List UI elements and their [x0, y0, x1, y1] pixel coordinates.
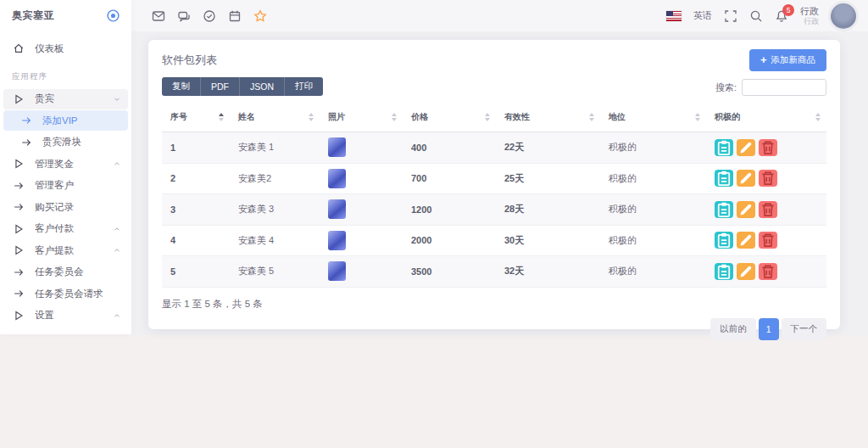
sidebar-item-customer-payments[interactable]: 客户付款 — [3, 219, 128, 239]
avatar[interactable] — [831, 3, 856, 29]
column-header-photo[interactable]: 照片 — [320, 104, 403, 132]
view-button[interactable] — [715, 263, 733, 280]
language-selector[interactable]: 英语 — [693, 9, 712, 22]
edit-button[interactable] — [737, 263, 755, 280]
view-button[interactable] — [715, 232, 733, 249]
table-toolbar: 复制 PDF JSON 打印 搜索: — [162, 77, 826, 96]
sidebar-item-customer-withdrawals[interactable]: 客户提款 — [3, 240, 128, 260]
notifications-bell[interactable]: 5 — [775, 9, 788, 23]
cell-photo — [320, 194, 403, 226]
sidebar: 奥宾塞亚 仪表板 应用程序 贵宾 添加VIP 贵宾滑块 — [0, 0, 131, 334]
table-row: 5 安森美 5 3500 32天 积极的 — [162, 256, 826, 288]
search-input[interactable] — [742, 79, 826, 96]
sidebar-item-add-vip[interactable]: 添加VIP — [3, 110, 128, 131]
sidebar-item-label: 任务委员会 — [35, 266, 84, 278]
search-icon[interactable] — [749, 9, 763, 23]
chevron-down-icon — [113, 95, 121, 104]
sidebar-item-settings[interactable]: 设置 — [3, 305, 128, 326]
json-button[interactable]: JSON — [240, 77, 285, 96]
star-icon[interactable] — [253, 9, 267, 23]
delete-button[interactable] — [759, 201, 777, 218]
print-button[interactable]: 打印 — [285, 77, 323, 96]
sidebar-item-task-committee[interactable]: 任务委员会 — [3, 262, 128, 283]
notification-badge: 5 — [782, 4, 794, 16]
sidebar-item-purchase-records[interactable]: 购买记录 — [3, 197, 128, 217]
previous-page-button[interactable]: 以前的 — [710, 318, 756, 340]
package-photo — [328, 169, 346, 188]
cell-actions — [706, 225, 826, 256]
delete-button[interactable] — [759, 170, 777, 187]
cell-price: 700 — [403, 163, 496, 194]
arrow-right-icon — [20, 137, 32, 148]
sort-icons — [392, 113, 397, 121]
topbar-right: 英语 5 行政 行政 — [666, 3, 856, 29]
cell-photo — [320, 256, 403, 288]
sort-icons — [589, 113, 594, 121]
cell-status: 积极的 — [600, 163, 706, 194]
cell-photo — [320, 132, 403, 164]
view-button[interactable] — [715, 139, 733, 156]
sidebar-item-manage-bonus[interactable]: 管理奖金 — [3, 154, 128, 174]
edit-button[interactable] — [737, 139, 755, 156]
delete-button[interactable] — [759, 263, 777, 280]
sidebar-item-label: 仪表板 — [35, 42, 64, 55]
check-circle-icon[interactable] — [203, 9, 216, 23]
us-flag-icon[interactable] — [666, 11, 682, 21]
table-row: 3 安森美 3 1200 28天 积极的 — [162, 194, 826, 226]
sidebar-item-label: 客户付款 — [35, 222, 74, 235]
sidebar-menu: 仪表板 应用程序 贵宾 添加VIP 贵宾滑块 管理奖金 — [0, 31, 131, 326]
column-header-status[interactable]: 地位 — [600, 104, 706, 132]
mail-icon[interactable] — [152, 9, 165, 23]
cell-validity: 32天 — [496, 256, 600, 288]
user-meta: 行政 行政 — [800, 5, 819, 27]
sort-icons — [695, 113, 700, 121]
edit-button[interactable] — [737, 170, 755, 187]
play-icon — [13, 223, 25, 235]
column-header-validity[interactable]: 有效性 — [496, 104, 600, 132]
column-header-name[interactable]: 姓名 — [230, 104, 320, 132]
sidebar-item-manage-customers[interactable]: 管理客户 — [3, 176, 128, 196]
delete-button[interactable] — [759, 139, 777, 156]
sidebar-toggle-icon[interactable] — [106, 8, 120, 23]
arrow-right-icon — [13, 266, 25, 278]
copy-button[interactable]: 复制 — [162, 77, 201, 96]
sidebar-item-dashboard[interactable]: 仪表板 — [3, 38, 128, 59]
column-header-price[interactable]: 价格 — [403, 104, 496, 132]
view-button[interactable] — [715, 201, 733, 218]
cell-name: 安森美 3 — [230, 194, 320, 226]
package-photo — [328, 199, 346, 219]
sidebar-item-label: 贵宾滑块 — [42, 136, 81, 148]
play-icon — [13, 158, 25, 170]
add-product-button[interactable]: + 添加新商品 — [749, 49, 826, 71]
pdf-button[interactable]: PDF — [201, 77, 240, 96]
cell-validity: 22天 — [496, 132, 600, 164]
edit-button[interactable] — [737, 201, 755, 218]
plus-icon: + — [760, 56, 767, 64]
column-label: 姓名 — [238, 112, 255, 121]
sidebar-item-vip-slider[interactable]: 贵宾滑块 — [3, 132, 128, 153]
calendar-icon[interactable] — [228, 9, 242, 23]
cell-status: 积极的 — [600, 194, 706, 226]
cell-validity: 28天 — [496, 194, 600, 226]
sort-icons — [485, 113, 490, 121]
fullscreen-icon[interactable] — [724, 9, 737, 23]
delete-button[interactable] — [759, 232, 777, 249]
column-label: 照片 — [328, 112, 345, 121]
cell-status: 积极的 — [600, 256, 706, 288]
sort-icons — [815, 113, 821, 121]
page-number-button[interactable]: 1 — [759, 318, 779, 340]
card-header: 软件包列表 + 添加新商品 — [162, 49, 826, 71]
topbar: 英语 5 行政 行政 — [131, 0, 868, 31]
export-button-group: 复制 PDF JSON 打印 — [162, 77, 323, 96]
sidebar-item-vip[interactable]: 贵宾 — [3, 89, 128, 109]
sort-icons — [309, 113, 314, 121]
chat-icon[interactable] — [177, 9, 191, 23]
view-button[interactable] — [715, 170, 733, 187]
chevron-up-icon — [113, 225, 121, 233]
sidebar-item-task-committee-requests[interactable]: 任务委员会请求 — [3, 283, 128, 304]
column-header-actions[interactable]: 积极的 — [706, 104, 826, 132]
next-page-button[interactable]: 下一个 — [782, 318, 827, 340]
edit-button[interactable] — [737, 232, 755, 249]
cell-price: 3500 — [403, 256, 496, 288]
column-header-no[interactable]: 序号 — [162, 104, 230, 132]
